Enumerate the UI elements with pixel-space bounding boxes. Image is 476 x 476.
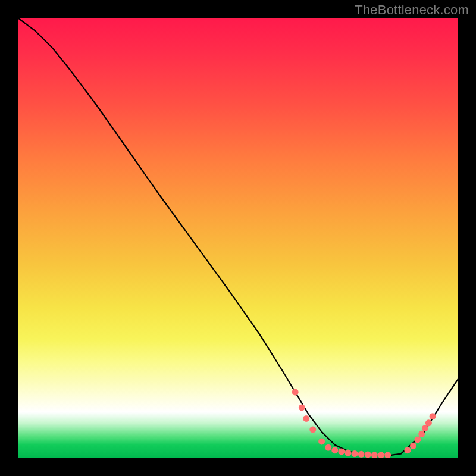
data-point-marker — [303, 415, 309, 422]
chart-frame: TheBottleneck.com — [0, 0, 476, 476]
data-point-marker — [338, 448, 345, 455]
data-point-marker — [331, 447, 338, 453]
data-point-marker — [292, 389, 299, 396]
data-point-marker — [365, 452, 371, 458]
data-point-marker — [352, 450, 358, 457]
watermark-text: TheBottleneck.com — [355, 2, 469, 18]
plot-area — [18, 18, 458, 458]
data-point-marker — [318, 438, 325, 444]
data-point-marker — [309, 426, 316, 433]
data-point-marker — [378, 452, 384, 458]
data-point-marker — [414, 436, 421, 443]
data-point-marker — [410, 443, 416, 449]
data-point-marker — [325, 444, 331, 451]
data-point-marker — [404, 447, 411, 453]
data-point-marker — [418, 431, 425, 437]
curve-svg — [18, 18, 458, 458]
data-point-marker — [371, 452, 378, 458]
data-point-marker — [425, 419, 432, 426]
marker-layer — [292, 389, 436, 459]
curve-line — [18, 18, 458, 456]
data-point-marker — [299, 404, 305, 411]
data-point-marker — [358, 451, 365, 458]
data-point-marker — [384, 452, 391, 458]
data-point-marker — [345, 450, 352, 456]
data-point-marker — [430, 413, 436, 419]
